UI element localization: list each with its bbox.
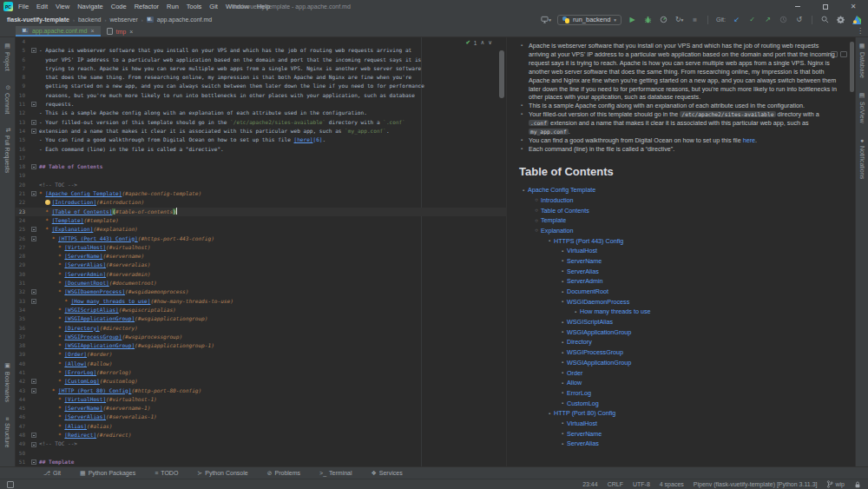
commit-button[interactable]: ✓ xyxy=(747,15,757,25)
toc-link[interactable]: Allow xyxy=(567,379,582,387)
tool-window-button-python-console[interactable]: ≻Python Console xyxy=(197,470,247,477)
menu-item-run[interactable]: Run xyxy=(167,3,179,10)
menu-item-view[interactable]: View xyxy=(56,3,69,10)
tool-window-button-terminal[interactable]: >_Terminal xyxy=(319,470,352,476)
editor-line[interactable]: 19 xyxy=(16,171,506,180)
toc-link[interactable]: VirtualHost xyxy=(567,247,597,254)
run-config-selector[interactable]: run_backend ▾ xyxy=(557,15,621,25)
editor-scrollbar[interactable] xyxy=(499,50,504,98)
prev-inspection-icon[interactable]: ∧ xyxy=(480,39,484,46)
menu-item-navigate[interactable]: Navigate xyxy=(77,3,103,10)
status-widget[interactable]: 4 spaces xyxy=(660,481,684,487)
toc-link[interactable]: ServerName xyxy=(567,257,602,265)
editor-line[interactable]: 49<!-- TOC --> xyxy=(16,439,506,448)
editor-line[interactable]: 39 * [Order](#order) xyxy=(16,350,506,359)
tool-stripe-button-database[interactable]: ▦Database xyxy=(858,43,865,78)
toc-link[interactable]: ServerAlias xyxy=(567,439,599,447)
breadcrumb-item[interactable]: flask-vuetify-template xyxy=(7,17,69,23)
toc-link[interactable]: ErrorLog xyxy=(567,389,591,397)
search-everywhere-button[interactable] xyxy=(820,15,830,25)
push-button[interactable]: ↗ xyxy=(763,15,773,25)
editor-line[interactable]: 24 * [Template](#template) xyxy=(16,216,506,225)
editor-line[interactable]: 22 * [Introduction](#introduction) xyxy=(16,198,506,207)
editor-line[interactable]: 26 * [HTTPS (Port 443) Config](#https-po… xyxy=(16,235,506,243)
toc-link[interactable]: ServerName xyxy=(567,430,602,438)
toc-link[interactable]: ServerAlias xyxy=(567,268,599,275)
toc-link[interactable]: WSGIApplicationGroup xyxy=(567,328,631,336)
tool-stripe-button-notifications[interactable]: ●Notifications xyxy=(859,137,865,179)
menu-item-git[interactable]: Git xyxy=(209,3,218,10)
editor-line[interactable]: 40 * [Allow](#allow) xyxy=(16,360,506,368)
close-tab-icon[interactable]: × xyxy=(90,28,94,34)
editor-line[interactable]: 48 * [Redirect](#redirect) xyxy=(16,431,506,439)
toc-link[interactable]: VirtualHost xyxy=(567,420,597,427)
editor-line[interactable]: 38 * [WSGIApplicationGroup](#wsgiapplica… xyxy=(16,341,506,350)
fold-marker-icon[interactable] xyxy=(31,191,36,196)
inspection-widget[interactable]: ✔1 ∧ ∨ xyxy=(465,39,492,46)
tool-window-button-todo[interactable]: ≡TODO xyxy=(155,470,178,476)
preview-scrollbar[interactable] xyxy=(850,42,854,92)
status-widget[interactable]: 23:44 xyxy=(582,481,598,487)
toc-link[interactable]: Directory xyxy=(567,338,592,346)
menu-item-code[interactable]: Code xyxy=(111,3,127,10)
fold-marker-icon[interactable] xyxy=(31,433,36,438)
editor-line[interactable]: 31 * [DocumentRoot](#documentroot) xyxy=(16,279,506,287)
fold-marker-icon[interactable] xyxy=(31,289,36,294)
editor-line[interactable]: 12- This is a sample Apache config along… xyxy=(16,109,506,117)
close-tab-icon[interactable]: × xyxy=(129,29,133,35)
editor-line[interactable]: 7 trying to reach. Apache is how you can… xyxy=(16,64,506,73)
editor-line[interactable]: 13- Your filled-out version of this temp… xyxy=(16,118,506,127)
editor-line[interactable]: 36 * [Directory](#directory) xyxy=(16,324,506,333)
lock-icon[interactable] xyxy=(854,481,861,488)
status-widget[interactable]: CRLF xyxy=(608,481,623,487)
editor-line[interactable]: 46 * [ServerAlias](#serveralias-1) xyxy=(16,413,506,421)
close-button[interactable]: ✕ xyxy=(847,2,859,11)
maximize-button[interactable] xyxy=(819,2,832,11)
toc-link[interactable]: Template xyxy=(541,216,566,224)
debug-button[interactable] xyxy=(643,15,653,25)
tab-options-icon[interactable]: ⋮ xyxy=(857,27,864,35)
tool-stripe-button-pull-requests[interactable]: ⇅Pull Requests xyxy=(4,128,11,173)
toc-link[interactable]: Explanation xyxy=(541,227,574,235)
editor-line[interactable]: 8 that does the same thing. From researc… xyxy=(16,73,506,82)
toc-link[interactable]: ServerAdmin xyxy=(567,277,603,285)
fold-marker-icon[interactable] xyxy=(31,442,36,447)
editor-line[interactable]: 14extension and a name that makes it cle… xyxy=(16,127,506,135)
run-button[interactable]: ▶ xyxy=(628,15,637,25)
markdown-preview-pane[interactable]: ▪Apache is webserver software that you i… xyxy=(507,37,855,466)
editor-line[interactable]: 41 * [ErrorLog](#errorlog) xyxy=(16,368,506,377)
editor-line[interactable]: 18## Table of Contents xyxy=(16,162,506,171)
tool-window-button-services[interactable]: ❖Services xyxy=(372,470,403,477)
editor-line[interactable]: 10 reasons, but you're much more likely … xyxy=(16,91,506,100)
editor-tab[interactable]: M↓app.apache.conf.md× xyxy=(16,26,101,36)
tool-window-button-python-packages[interactable]: ▦Python Packages xyxy=(80,470,135,477)
editor-line[interactable]: 29 * [ServerAlias](#serveralias) xyxy=(16,261,506,269)
toc-link[interactable]: CustomLog xyxy=(567,400,599,407)
toc-link[interactable]: WSGIProcessGroup xyxy=(567,348,623,356)
toc-link[interactable]: WSGIScriptAlias xyxy=(567,318,613,326)
editor-line[interactable]: 32 * [WSGIDaemonProcess](#wsgidaemonproc… xyxy=(16,287,506,296)
toc-link[interactable]: HTTP (Port 80) Config xyxy=(554,409,615,417)
toc-link[interactable]: WSGIApplicationGroup xyxy=(567,359,631,367)
settings-gear-icon[interactable] xyxy=(836,15,845,25)
fold-marker-icon[interactable] xyxy=(31,227,36,232)
menu-item-file[interactable]: File xyxy=(18,3,29,10)
breadcrumb-item[interactable]: backend xyxy=(78,17,101,23)
menu-item-edit[interactable]: Edit xyxy=(36,3,48,10)
editor-line[interactable]: 16- Each command (line) in the file is c… xyxy=(16,145,506,154)
editor-line[interactable]: 9 getting started on a new app, and you … xyxy=(16,82,506,90)
editor-line[interactable]: 30 * [ServerAdmin](#serveradmin) xyxy=(16,270,506,279)
editor-line[interactable]: 45 * [ServerName](#servername-1) xyxy=(16,404,506,413)
toc-link[interactable]: Apache Config Template xyxy=(528,186,595,194)
status-widget[interactable]: UTF-8 xyxy=(633,481,650,487)
next-inspection-icon[interactable]: ∨ xyxy=(488,39,492,46)
menu-item-tools[interactable]: Tools xyxy=(187,3,202,10)
editor-line[interactable]: 11 requests. xyxy=(16,100,506,109)
toc-link[interactable]: Order xyxy=(567,369,582,377)
coverage-button[interactable] xyxy=(659,15,668,25)
editor-line[interactable]: 35 * [WSGIApplicationGroup](#wsgiapplica… xyxy=(16,314,506,323)
fold-marker-icon[interactable] xyxy=(31,379,36,384)
toc-link[interactable]: DocumentRoot xyxy=(567,287,608,295)
editor-line[interactable]: 27 * [VirtualHost](#virtualhost) xyxy=(16,243,506,252)
update-project-button[interactable]: ↙ xyxy=(732,15,741,25)
